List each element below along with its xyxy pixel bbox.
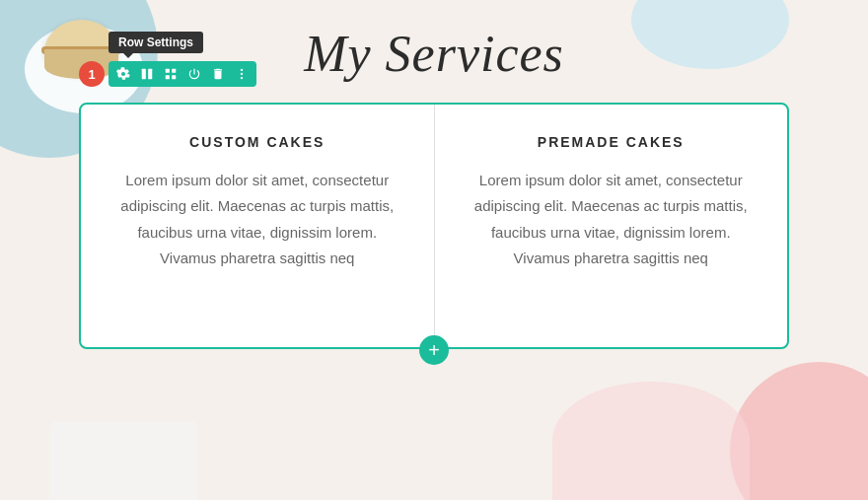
settings-icon[interactable] (114, 65, 132, 83)
row-wrapper: Row Settings 1 (79, 103, 789, 349)
row-toolbar: Row Settings 1 (79, 61, 256, 87)
svg-rect-0 (142, 69, 146, 80)
svg-point-8 (241, 77, 243, 79)
add-row-button[interactable]: + (419, 335, 449, 365)
columns-icon[interactable] (138, 65, 156, 83)
main-container: My Services Row Settings 1 (0, 0, 868, 500)
service-card-premade-cakes: PREMADE CAKES Lorem ipsum dolor sit amet… (435, 105, 788, 347)
custom-cakes-title: CUSTOM CAKES (115, 134, 399, 150)
svg-point-7 (241, 73, 243, 75)
row-settings-tooltip: Row Settings (108, 32, 203, 53)
premade-cakes-title: PREMADE CAKES (470, 134, 754, 150)
page-title: My Services (304, 25, 564, 83)
services-row: CUSTOM CAKES Lorem ipsum dolor sit amet,… (79, 103, 789, 349)
svg-rect-2 (166, 69, 170, 73)
toolbar-icons-container (108, 61, 256, 87)
svg-rect-4 (166, 75, 170, 79)
custom-cakes-description: Lorem ipsum dolor sit amet, consectetur … (115, 168, 399, 271)
more-icon[interactable] (233, 65, 251, 83)
grid-icon[interactable] (162, 65, 180, 83)
premade-cakes-description: Lorem ipsum dolor sit amet, consectetur … (470, 168, 754, 271)
svg-rect-3 (172, 69, 176, 73)
power-icon[interactable] (185, 65, 203, 83)
row-number-badge: 1 (79, 61, 105, 87)
svg-point-6 (241, 69, 243, 71)
svg-rect-1 (148, 69, 152, 80)
trash-icon[interactable] (209, 65, 227, 83)
svg-rect-5 (172, 75, 176, 79)
service-card-custom-cakes: CUSTOM CAKES Lorem ipsum dolor sit amet,… (81, 105, 435, 347)
